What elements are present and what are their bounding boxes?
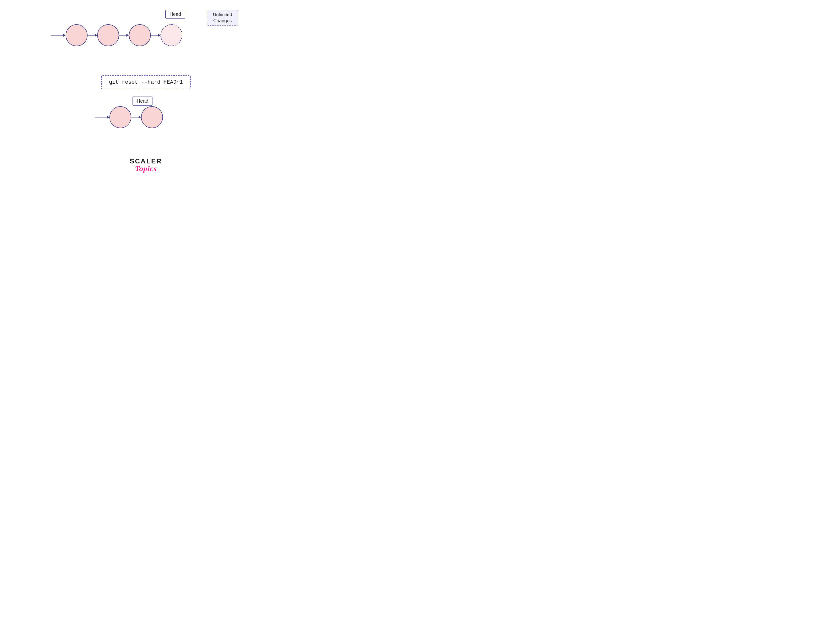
logo-topics-text: Topics	[135, 164, 157, 173]
commit-circle-1	[66, 24, 87, 46]
bottom-arrow-1-2	[131, 116, 141, 119]
head-label-bottom: Head	[133, 97, 153, 106]
command-box: git reset --hard HEAD~1	[101, 75, 190, 89]
top-diagram-section: Head Unlimited Changes	[5, 10, 287, 63]
commit-circle-3	[129, 24, 151, 46]
command-section: git reset --hard HEAD~1	[101, 75, 190, 89]
head-label-top: Head	[165, 10, 185, 19]
unlimited-changes-label: Unlimited Changes	[207, 10, 238, 25]
commit-circle-4-dashed	[161, 24, 183, 46]
bottom-diagram-section: Head	[5, 97, 287, 140]
bottom-commit-circle-2	[141, 106, 163, 128]
bottom-initial-arrow	[95, 116, 109, 119]
arrow-1-2	[87, 34, 97, 37]
initial-arrow	[51, 34, 66, 37]
commit-circle-2	[97, 24, 119, 46]
logo-section: SCALER Topics	[130, 157, 162, 173]
bottom-commit-circle-1	[109, 106, 131, 128]
top-commit-row	[51, 24, 183, 46]
arrow-3-4	[151, 34, 161, 37]
arrow-2-3	[119, 34, 129, 37]
bottom-commit-row	[95, 106, 163, 128]
